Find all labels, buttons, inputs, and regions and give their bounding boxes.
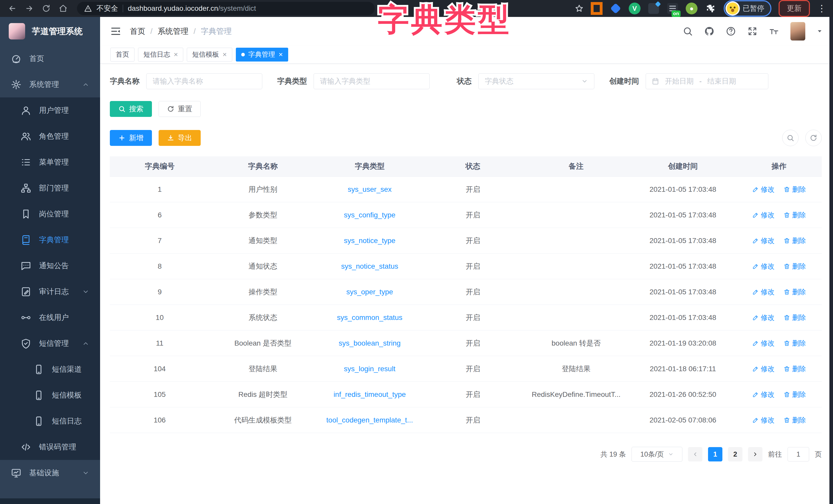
next-page-button[interactable] — [748, 447, 762, 461]
tab-home[interactable]: 首页 — [110, 48, 135, 61]
edit-link[interactable]: 修改 — [752, 390, 775, 399]
user-avatar[interactable] — [790, 22, 805, 41]
sidebar-item-sms-management[interactable]: 短信管理 — [0, 330, 100, 356]
help-icon[interactable] — [726, 26, 736, 36]
edit-link[interactable]: 修改 — [752, 415, 775, 425]
recorder-paused-pill[interactable]: 已暂停 — [724, 0, 771, 17]
add-button[interactable]: 新增 — [110, 130, 152, 146]
browser-reload-icon[interactable] — [41, 3, 52, 14]
delete-link[interactable]: 删除 — [783, 287, 806, 297]
edit-link[interactable]: 修改 — [752, 210, 775, 220]
sidebar-item-dict-management[interactable]: 字典管理 — [0, 227, 100, 253]
sidebar-item-infrastructure[interactable]: 基础设施 — [0, 460, 100, 486]
dict-type-link[interactable]: sys_notice_status — [341, 262, 398, 270]
sidebar-item-dept-management[interactable]: 部门管理 — [0, 175, 100, 201]
browser-back-icon[interactable] — [7, 3, 18, 14]
page-button-2[interactable]: 2 — [728, 447, 742, 461]
sidebar-item-role-management[interactable]: 角色管理 — [0, 123, 100, 149]
dict-type-link[interactable]: sys_config_type — [344, 211, 396, 219]
sidebar-item-user-management[interactable]: 用户管理 — [0, 97, 100, 123]
dict-type-link[interactable]: sys_oper_type — [346, 288, 393, 296]
sidebar-item-post-management[interactable]: 岗位管理 — [0, 201, 100, 227]
export-button[interactable]: 导出 — [159, 130, 201, 146]
delete-link[interactable]: 删除 — [783, 339, 806, 348]
dict-type-link[interactable]: sys_user_sex — [348, 185, 391, 193]
table-row: 1用户性别sys_user_sex开启2021-01-05 17:03:48修改… — [110, 177, 822, 202]
tab-dict-management[interactable]: 字典管理× — [236, 48, 288, 61]
extension-icon-1[interactable] — [591, 3, 602, 14]
dict-type-input[interactable] — [314, 73, 430, 89]
font-size-icon[interactable] — [769, 26, 779, 36]
edit-link[interactable]: 修改 — [752, 364, 775, 374]
search-icon[interactable] — [683, 26, 693, 36]
close-icon[interactable]: × — [222, 51, 227, 58]
page-size-select[interactable]: 10条/页 — [632, 447, 682, 462]
close-icon[interactable]: × — [279, 51, 283, 58]
edit-link[interactable]: 修改 — [752, 313, 775, 322]
chevron-down-icon[interactable] — [816, 28, 823, 34]
browser-home-icon[interactable] — [57, 3, 69, 14]
address-bar[interactable]: 不安全 dashboard.yudao.iocoder.cn/system/di… — [77, 2, 375, 15]
table-refresh-button[interactable] — [805, 130, 822, 146]
dict-type-link[interactable]: tool_codegen_template_t... — [327, 416, 413, 424]
delete-link[interactable]: 删除 — [783, 210, 806, 220]
delete-link[interactable]: 删除 — [783, 364, 806, 374]
security-label[interactable]: 不安全 — [96, 4, 118, 13]
page-button-1[interactable]: 1 — [708, 447, 722, 461]
delete-link[interactable]: 删除 — [783, 415, 806, 425]
sidebar-item-system-management[interactable]: 系统管理 — [0, 72, 100, 97]
reset-button[interactable]: 重置 — [159, 101, 201, 117]
edit-link[interactable]: 修改 — [752, 262, 775, 271]
dict-type-link[interactable]: sys_boolean_string — [339, 339, 401, 347]
sidebar-item-error-code-management[interactable]: 错误码管理 — [0, 434, 100, 460]
prev-page-button[interactable] — [688, 447, 703, 461]
tab-sms-log[interactable]: 短信日志× — [138, 48, 183, 61]
delete-link[interactable]: 删除 — [783, 185, 806, 194]
edit-link[interactable]: 修改 — [752, 339, 775, 348]
delete-link[interactable]: 删除 — [783, 262, 806, 271]
sidebar-item-audit-log[interactable]: 审计日志 — [0, 279, 100, 305]
fullscreen-icon[interactable] — [747, 26, 758, 36]
edit-link[interactable]: 修改 — [752, 287, 775, 297]
sidebar-item-menu-management[interactable]: 菜单管理 — [0, 149, 100, 175]
bookmark-star-icon[interactable] — [575, 4, 584, 13]
github-icon[interactable] — [704, 26, 714, 36]
date-range-picker[interactable]: 开始日期 - 结束日期 — [646, 73, 768, 89]
extension-icon-4[interactable]: on — [667, 3, 679, 14]
delete-link[interactable]: 删除 — [783, 236, 806, 245]
delete-link[interactable]: 删除 — [783, 313, 806, 322]
dict-type-link[interactable]: sys_common_status — [337, 313, 402, 322]
table-search-toggle-button[interactable] — [782, 130, 799, 146]
sidebar-item-sms-template[interactable]: 短信模板 — [0, 382, 100, 408]
tab-sms-template[interactable]: 短信模板× — [187, 48, 232, 61]
close-icon[interactable]: × — [174, 51, 178, 58]
breadcrumb-home[interactable]: 首页 — [130, 26, 145, 37]
goto-page-input[interactable] — [788, 447, 809, 461]
extension-icon-2[interactable] — [610, 3, 622, 14]
dict-type-link[interactable]: sys_notice_type — [344, 236, 396, 245]
extension-icon-5[interactable]: ● — [686, 3, 697, 14]
extension-icon-3[interactable] — [648, 3, 660, 14]
browser-scrollbar[interactable] — [829, 17, 833, 504]
browser-forward-icon[interactable] — [24, 3, 35, 14]
sidebar-item-notice-announcement[interactable]: 通知公告 — [0, 253, 100, 279]
extensions-puzzle-icon[interactable] — [705, 3, 716, 14]
edit-link[interactable]: 修改 — [752, 236, 775, 245]
browser-menu-icon[interactable]: ⋮ — [817, 4, 826, 13]
sidebar-item-home[interactable]: 首页 — [0, 46, 100, 72]
edit-link[interactable]: 修改 — [752, 185, 775, 194]
dict-type-link[interactable]: sys_login_result — [344, 365, 396, 373]
collapse-sidebar-icon[interactable] — [110, 26, 121, 37]
browser-update-button[interactable]: 更新 — [779, 0, 810, 17]
sidebar-item-sms-channel[interactable]: 短信渠道 — [0, 356, 100, 382]
sidebar-item-sms-log[interactable]: 短信日志 — [0, 408, 100, 434]
sidebar-item-online-users[interactable]: 在线用户 — [0, 305, 100, 330]
dict-name-input[interactable] — [146, 73, 262, 89]
dict-type-link[interactable]: inf_redis_timeout_type — [334, 390, 406, 398]
delete-link[interactable]: 删除 — [783, 390, 806, 399]
vue-devtools-icon[interactable]: V — [629, 3, 641, 14]
search-button[interactable]: 搜索 — [110, 101, 152, 117]
breadcrumb-system[interactable]: 系统管理 — [158, 26, 188, 37]
paused-badge: 已暂停 — [743, 4, 764, 13]
status-select[interactable]: 字典状态 — [478, 73, 594, 89]
